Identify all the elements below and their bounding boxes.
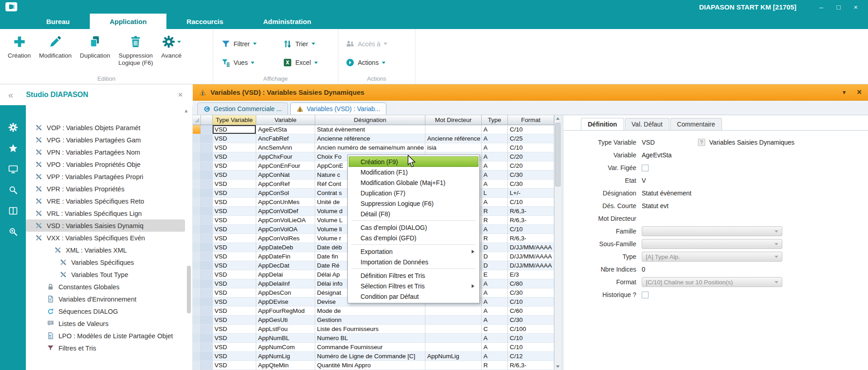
- row-gutter-cell[interactable]: [201, 243, 213, 252]
- document-tab[interactable]: Variables (VSD) : Variab...: [290, 102, 386, 115]
- field-dropdown[interactable]: [A] Type Alp.: [642, 252, 782, 262]
- cell-variable[interactable]: AppChxFour: [256, 152, 315, 161]
- cell-type[interactable]: E: [482, 270, 508, 279]
- context-menu-item[interactable]: Suppression Logique (F6): [349, 198, 478, 209]
- tree-item[interactable]: XML : Variables XML: [26, 244, 185, 256]
- tree-item[interactable]: VXX : Variables Spécifiques Evén: [26, 232, 185, 244]
- row-gutter-cell[interactable]: [201, 297, 213, 307]
- row-indicator-cell[interactable]: [193, 297, 201, 307]
- gear-rail-icon[interactable]: [8, 122, 18, 132]
- cell-mot-directeur[interactable]: isia: [425, 143, 482, 152]
- cell-format[interactable]: C/10: [508, 343, 554, 352]
- row-gutter-cell[interactable]: [201, 125, 213, 134]
- tree-item[interactable]: VPR : Variables Propriétés: [26, 183, 185, 195]
- cell-type[interactable]: R: [482, 234, 508, 243]
- cell-type[interactable]: A: [482, 334, 508, 343]
- cell-mot-directeur[interactable]: AppNumLig: [425, 352, 482, 361]
- cell-type[interactable]: A: [482, 279, 508, 288]
- cell-format[interactable]: C/20: [508, 161, 554, 170]
- table-row[interactable]: VSD AppGesUti Gestionn A C/30: [193, 316, 561, 325]
- tree-item[interactable]: LPO : Modèles de Liste Partagée Objet: [26, 330, 185, 342]
- cell-type-variable[interactable]: VSD: [213, 297, 256, 307]
- row-gutter-cell[interactable]: [201, 180, 213, 189]
- cell-format[interactable]: C/10: [508, 143, 554, 152]
- cell-type[interactable]: A: [482, 198, 508, 207]
- cell-format[interactable]: C/10: [508, 334, 554, 343]
- cell-type-variable[interactable]: VSD: [213, 207, 256, 216]
- document-tab[interactable]: Gestion Commerciale ...: [197, 102, 288, 115]
- row-indicator-cell[interactable]: [193, 252, 201, 261]
- row-gutter-cell[interactable]: [201, 288, 213, 297]
- cell-format[interactable]: C/12: [508, 352, 554, 361]
- cell-designation[interactable]: Numero BL: [315, 334, 425, 343]
- cell-type[interactable]: R: [482, 207, 508, 216]
- cell-variable[interactable]: AppConSol: [256, 189, 315, 198]
- cell-designation[interactable]: Mode de: [315, 307, 425, 316]
- row-gutter-cell[interactable]: [201, 234, 213, 243]
- table-row[interactable]: VSD AppLstFou Liste des Fournisseurs C C…: [193, 325, 561, 334]
- row-indicator-cell[interactable]: [193, 134, 201, 143]
- table-row[interactable]: VSD AppFourRegMod Mode de A C/60: [193, 307, 561, 316]
- cell-type-variable[interactable]: VSD: [213, 243, 256, 252]
- cell-type-variable[interactable]: VSD: [213, 288, 256, 297]
- minimize-button[interactable]: –: [817, 3, 825, 11]
- detail-tab[interactable]: Val. Défaut: [625, 118, 669, 130]
- tree-item[interactable]: VRE : Variables Spécifiques Reto: [26, 195, 185, 207]
- row-gutter-cell[interactable]: [201, 207, 213, 216]
- cell-format[interactable]: R/6,3-: [508, 216, 554, 225]
- table-row[interactable]: VSD AppNumLig Numéro de Ligne de Command…: [193, 352, 561, 361]
- context-menu-item[interactable]: Sélection Filtres et Tris: [349, 281, 478, 291]
- cell-type-variable[interactable]: VSD: [213, 307, 256, 316]
- columns-icon[interactable]: [8, 206, 18, 216]
- cell-mot-directeur[interactable]: Ancienne référence: [425, 134, 482, 143]
- tree-scrollbar-thumb[interactable]: [187, 266, 191, 313]
- row-indicator-cell[interactable]: [193, 216, 201, 225]
- context-menu-item[interactable]: Duplication (F7): [349, 188, 478, 198]
- cell-type-variable[interactable]: VSD: [213, 352, 256, 361]
- cell-variable[interactable]: AppGesUti: [256, 316, 315, 325]
- row-indicator-cell[interactable]: [193, 243, 201, 252]
- panel-menu-button[interactable]: ▼: [842, 89, 847, 96]
- cell-format[interactable]: C/60: [508, 307, 554, 316]
- row-gutter-cell[interactable]: [201, 352, 213, 361]
- ribbon-button[interactable]: Excel: [283, 54, 333, 73]
- cell-variable[interactable]: AppDelaiInf: [256, 279, 315, 288]
- row-gutter-cell[interactable]: [201, 143, 213, 152]
- tree-scrollbar[interactable]: [186, 116, 191, 366]
- row-indicator-cell[interactable]: [193, 180, 201, 189]
- tree-item[interactable]: Filtres et Tris: [26, 342, 185, 354]
- context-menu-item[interactable]: Détail (F8): [349, 209, 478, 219]
- cell-type-variable[interactable]: VSD: [213, 316, 256, 325]
- cell-mot-directeur[interactable]: [425, 361, 482, 370]
- cell-variable[interactable]: AppConVolOA: [256, 225, 315, 234]
- row-gutter-cell[interactable]: [201, 325, 213, 334]
- ribbon-button[interactable]: Filtrer: [221, 34, 272, 54]
- cell-format[interactable]: C/30: [508, 180, 554, 189]
- context-menu-item[interactable]: Exportation: [349, 246, 478, 257]
- row-indicator-cell[interactable]: [193, 307, 201, 316]
- cell-type-variable[interactable]: VSD: [213, 189, 256, 198]
- cell-format[interactable]: E/3: [508, 270, 554, 279]
- row-indicator-cell[interactable]: [193, 343, 201, 352]
- cell-variable[interactable]: AppNumCom: [256, 343, 315, 352]
- cell-format[interactable]: R/6,3-: [508, 234, 554, 243]
- row-gutter-cell[interactable]: [201, 170, 213, 180]
- cell-type-variable[interactable]: VSD: [213, 261, 256, 270]
- star-icon[interactable]: [8, 143, 18, 153]
- cell-format[interactable]: C/10: [508, 225, 554, 234]
- row-indicator-cell[interactable]: [193, 361, 201, 370]
- app-logo-icon[interactable]: [5, 2, 17, 11]
- cell-variable[interactable]: AppConRef: [256, 180, 315, 189]
- cell-type[interactable]: A: [482, 134, 508, 143]
- cell-type[interactable]: A: [482, 288, 508, 297]
- cell-mot-directeur[interactable]: [425, 307, 482, 316]
- column-header[interactable]: Format: [508, 115, 554, 125]
- cell-type-variable[interactable]: VSD: [213, 334, 256, 343]
- scrollbar-thumb[interactable]: [555, 123, 561, 186]
- cell-variable[interactable]: AppDesCon: [256, 288, 315, 297]
- row-indicator-cell[interactable]: [193, 270, 201, 279]
- row-gutter-cell[interactable]: [201, 252, 213, 261]
- cell-mot-directeur[interactable]: [425, 125, 482, 134]
- tree-item[interactable]: Listes de Valeurs: [26, 317, 185, 330]
- column-header[interactable]: Variable: [256, 115, 315, 125]
